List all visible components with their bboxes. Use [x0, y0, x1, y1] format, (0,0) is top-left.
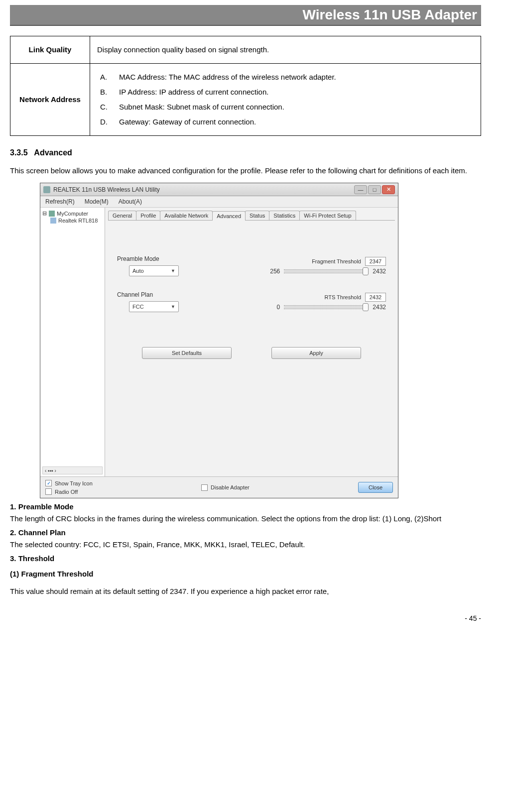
- list-text: Subnet Mask: Subnet mask of current conn…: [119, 100, 284, 115]
- apply-button[interactable]: Apply: [271, 347, 361, 359]
- subheading-threshold: 3. Threshold: [10, 554, 481, 563]
- row-desc: A.MAC Address: The MAC address of the wi…: [90, 64, 481, 136]
- table-row: Network Address A.MAC Address: The MAC a…: [10, 64, 481, 136]
- subheading-channelplan: 2. Channel Plan: [10, 528, 481, 537]
- checkbox-icon: ✓: [45, 480, 52, 486]
- device-tree: ⊟ MyComputer Realtek RTL818: [42, 210, 103, 224]
- list-letter: A.: [100, 70, 109, 85]
- computer-icon: [49, 211, 55, 217]
- tab-statistics[interactable]: Statistics: [269, 211, 300, 220]
- menubar: Refresh(R) Mode(M) About(A): [40, 196, 398, 208]
- list-letter: C.: [100, 100, 109, 115]
- minimize-button[interactable]: —: [354, 185, 367, 194]
- section-intro: This screen below allows you to make adv…: [10, 162, 481, 179]
- tab-wps[interactable]: Wi-Fi Protect Setup: [299, 211, 356, 220]
- tab-strip: General Profile Available Network Advanc…: [108, 211, 395, 221]
- fragment-slider[interactable]: [284, 269, 369, 273]
- checkbox-icon: [45, 488, 52, 495]
- tab-body-advanced: Preamble Mode Auto▼ Fragment Threshold 2…: [108, 221, 395, 473]
- subheading-fragment-threshold: (1) Fragment Threshold: [10, 570, 481, 578]
- definitions-table: Link Quality Display connection quality …: [10, 36, 481, 136]
- adapter-icon: [50, 218, 56, 224]
- list-text: Gateway: Gateway of current connection.: [119, 115, 256, 129]
- row-label: Network Address: [10, 64, 90, 136]
- list-text: IP Address: IP address of current connec…: [119, 85, 268, 100]
- rts-slider[interactable]: [284, 305, 369, 309]
- row-label: Link Quality: [10, 36, 90, 64]
- sidebar-scrollbar[interactable]: ‹ ▪▪▪ ›: [42, 466, 103, 474]
- app-footer: ✓ Show Tray Icon Radio Off Disable Adapt…: [40, 476, 398, 498]
- menu-item[interactable]: About(A): [119, 198, 142, 205]
- tab-status[interactable]: Status: [245, 211, 269, 220]
- rts-min: 0: [277, 304, 280, 311]
- row-desc: Display connection quality based on sign…: [90, 36, 481, 64]
- tab-advanced[interactable]: Advanced: [212, 211, 246, 221]
- app-icon: [43, 186, 50, 193]
- set-defaults-button[interactable]: Set Defaults: [142, 347, 232, 359]
- maximize-button[interactable]: □: [368, 185, 381, 194]
- page-header: Wireless 11n USB Adapter: [10, 5, 481, 26]
- list-text: MAC Address: The MAC address of the wire…: [119, 70, 336, 85]
- app-screenshot: REALTEK 11n USB Wireless LAN Utility — □…: [40, 183, 398, 498]
- rts-label: RTS Threshold: [324, 294, 361, 300]
- paragraph: This value should remain at its default …: [10, 583, 481, 599]
- menu-item[interactable]: Mode(M): [85, 198, 109, 205]
- subheading-preamble: 1. Preamble Mode: [10, 502, 481, 511]
- sidebar: ⊟ MyComputer Realtek RTL818 ‹ ▪▪▪ ›: [40, 208, 105, 476]
- paragraph: The length of CRC blocks in the frames d…: [10, 512, 481, 525]
- fragment-value[interactable]: 2347: [365, 257, 386, 266]
- slider-thumb-icon[interactable]: [363, 267, 369, 275]
- close-button[interactable]: ✕: [382, 185, 395, 194]
- chevron-down-icon: ▼: [171, 304, 175, 309]
- rts-max: 2432: [373, 304, 386, 311]
- preamble-label: Preamble Mode: [117, 255, 261, 262]
- tab-general[interactable]: General: [108, 211, 136, 220]
- rts-value[interactable]: 2432: [365, 293, 386, 302]
- show-tray-checkbox[interactable]: ✓ Show Tray Icon: [45, 480, 93, 486]
- table-row: Link Quality Display connection quality …: [10, 36, 481, 64]
- menu-item[interactable]: Refresh(R): [45, 198, 75, 205]
- list-letter: B.: [100, 85, 109, 100]
- list-letter: D.: [100, 115, 109, 129]
- chevron-down-icon: ▼: [171, 268, 175, 273]
- checkbox-icon: [201, 484, 208, 491]
- fragment-min: 256: [270, 268, 280, 275]
- radio-off-checkbox[interactable]: Radio Off: [45, 488, 93, 495]
- tree-child[interactable]: Realtek RTL818: [50, 217, 103, 224]
- section-heading: 3.3.5 Advanced: [10, 148, 481, 157]
- channelplan-label: Channel Plan: [117, 291, 268, 298]
- tree-root[interactable]: ⊟ MyComputer: [42, 210, 103, 217]
- close-app-button[interactable]: Close: [358, 482, 393, 493]
- disable-adapter-checkbox[interactable]: Disable Adapter: [201, 484, 250, 491]
- tab-available-network[interactable]: Available Network: [160, 211, 213, 220]
- preamble-dropdown[interactable]: Auto▼: [129, 265, 179, 276]
- tab-profile[interactable]: Profile: [136, 211, 160, 220]
- paragraph: The selected country: FCC, IC ETSI, Spai…: [10, 538, 481, 551]
- slider-thumb-icon[interactable]: [363, 303, 369, 311]
- page-number: - 45 -: [10, 614, 481, 622]
- fragment-label: Fragment Threshold: [312, 258, 361, 264]
- window-title: REALTEK 11n USB Wireless LAN Utility: [53, 186, 160, 193]
- channelplan-dropdown[interactable]: FCC▼: [129, 301, 179, 312]
- fragment-max: 2432: [373, 268, 386, 275]
- window-titlebar[interactable]: REALTEK 11n USB Wireless LAN Utility — □…: [40, 183, 398, 196]
